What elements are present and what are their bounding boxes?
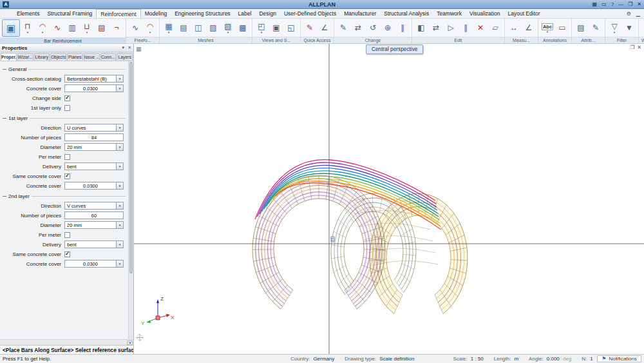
mesh-cut-icon[interactable]: ▨ <box>206 20 220 35</box>
modify-attributes-icon[interactable]: ✎ <box>589 20 603 35</box>
view-clip-icon[interactable]: ◱ <box>284 20 298 35</box>
view-detail-icon[interactable]: ▣ <box>269 20 283 35</box>
panel-close-icon[interactable]: ✕ <box>128 45 131 50</box>
dropdown-arrow-icon[interactable]: ▾ <box>116 222 123 228</box>
parallel-icon[interactable]: ∥ <box>395 20 410 35</box>
scroll-left-button[interactable]: ◂ <box>127 340 133 345</box>
dropdown-arrow-icon[interactable]: ▾ <box>116 202 123 209</box>
menu-item-user-defined-objects[interactable]: User-Defined Objects <box>280 9 340 18</box>
cross-section-catalog-select[interactable]: Betonstabstahl (B)▾ <box>64 75 124 83</box>
panel-tab-planes[interactable]: Planes <box>67 53 83 61</box>
direction-select[interactable]: U curves▾ <box>64 124 124 132</box>
grid-icon[interactable]: ▦ <box>592 1 598 8</box>
notifications-button[interactable]: ⚑ Notifications <box>597 355 641 362</box>
same-concrete-cover-checkbox[interactable]: ✓ <box>64 251 70 257</box>
menu-item-reinforcement[interactable]: Reinforcement <box>96 9 140 18</box>
stirrup-icon[interactable]: ⊔▾ <box>80 21 94 36</box>
place-bar-shape-icon[interactable]: ⊓▾ <box>21 21 35 36</box>
measure-angle-icon[interactable]: ∠ <box>522 20 536 35</box>
number-of-pieces-input[interactable]: 60 <box>64 211 124 219</box>
menu-item-modeling[interactable]: Modeling <box>141 9 171 18</box>
dropdown-arrow-icon[interactable]: ▾ <box>116 85 123 92</box>
offset-icon[interactable]: ∥ <box>459 20 473 35</box>
measure-length-icon[interactable]: ↔ <box>507 20 521 35</box>
corner-bar-icon[interactable]: ¬ <box>109 21 124 36</box>
viewport-menu-icon[interactable]: ▦ <box>136 46 142 52</box>
display-icon[interactable]: ▭ <box>601 1 607 8</box>
section-general[interactable]: General <box>3 66 126 72</box>
viewport-close-icon[interactable]: ✕ <box>637 45 641 50</box>
bar-shape-big-icon[interactable]: ▣ <box>2 19 20 37</box>
per-meter-checkbox[interactable] <box>64 232 70 238</box>
change-side-checkbox[interactable]: ✓ <box>64 95 70 101</box>
menu-item-layout-editor[interactable]: Layout Editor <box>504 9 544 18</box>
bar-coupler-icon[interactable]: ▥ <box>65 21 79 36</box>
delete-icon[interactable]: ✕ <box>473 20 488 35</box>
dropdown-arrow-icon[interactable]: ▾ <box>116 124 123 131</box>
mesh-list-icon[interactable]: ▩ <box>236 20 250 35</box>
concrete-cover-combo[interactable]: 0.0300▾ <box>64 84 124 92</box>
freeform-bar-icon[interactable]: ∿ <box>128 20 142 35</box>
mesh-place-icon[interactable]: ▦▾ <box>162 20 176 35</box>
panel-tab-proper[interactable]: Proper... <box>1 53 17 61</box>
panel-tab-wizar[interactable]: Wizar... <box>17 53 33 61</box>
settings-icon[interactable]: ⚙ <box>627 11 631 17</box>
menu-item-structural-framing[interactable]: Structural Framing <box>43 9 96 18</box>
label-frame-icon[interactable]: ▭ <box>555 20 569 35</box>
minimize-icon[interactable]: — <box>618 1 623 8</box>
mesh-label-icon[interactable]: ▧▾ <box>221 20 235 35</box>
concrete-cover-combo[interactable]: 0.0300▾ <box>64 182 124 190</box>
panel-tab-library[interactable]: Library <box>34 53 50 61</box>
properties-panel-header[interactable]: Properties ▾✕ <box>0 44 133 52</box>
stretch-icon[interactable]: ▱ <box>488 20 502 35</box>
mirror-icon[interactable]: ⇄ <box>429 20 443 35</box>
quick-draw-icon[interactable]: ✎ <box>303 20 317 35</box>
panel-tab-objects[interactable]: Objects <box>50 53 66 61</box>
view-section-icon[interactable]: ◰▾ <box>254 20 269 35</box>
direction-select[interactable]: V curves▾ <box>64 202 124 210</box>
minimize-ribbon-icon[interactable]: ▁ <box>636 11 640 17</box>
text-abc-icon[interactable]: Abc▾ <box>540 20 554 35</box>
menu-item-teamwork[interactable]: Teamwork <box>433 9 466 18</box>
menu-item-engineering-structures[interactable]: Engineering Structures <box>171 9 234 18</box>
spiral-bar-icon[interactable]: ∿ <box>50 21 64 36</box>
section-2nd-layer[interactable]: 2nd layer <box>3 193 126 199</box>
dropdown-arrow-icon[interactable]: ▾ <box>116 75 123 82</box>
panel-vertical-scrollbar[interactable] <box>128 61 133 339</box>
panel-tab-issue[interactable]: Issue ... <box>84 53 100 61</box>
drawing-canvas[interactable]: ZXY Central perspective ❐✕ ▦ <box>134 44 644 354</box>
restore-icon[interactable]: ❐ <box>628 1 632 8</box>
filter-funnel-icon[interactable]: ▽▾ <box>607 20 621 35</box>
delivery-select[interactable]: bent▾ <box>64 240 124 248</box>
1st-layer-only-checkbox[interactable] <box>64 105 70 111</box>
concrete-cover-combo[interactable]: 0.0300▾ <box>64 260 124 268</box>
close-icon[interactable]: ✕ <box>637 1 641 8</box>
menu-item-visualization[interactable]: Visualization <box>466 9 504 18</box>
section-1st-layer[interactable]: 1st layer <box>3 115 126 121</box>
scrollbar-thumb[interactable] <box>129 62 133 273</box>
viewport-restore-icon[interactable]: ❐ <box>630 45 634 50</box>
menu-item-elements[interactable]: Elements <box>13 9 43 18</box>
panel-horizontal-scrollbar[interactable]: ◂ <box>0 339 133 345</box>
help-icon[interactable]: ? <box>611 1 614 8</box>
trim-icon[interactable]: ◧ <box>414 20 428 35</box>
per-meter-checkbox[interactable] <box>64 154 70 160</box>
panel-tab-layers[interactable]: Layers <box>117 53 133 61</box>
dropdown-arrow-icon[interactable]: ▾ <box>116 241 123 248</box>
rotate-icon[interactable]: ↺ <box>366 20 380 35</box>
swap-icon[interactable]: ⇄ <box>351 20 365 35</box>
filter-select-icon[interactable]: ▼ <box>622 20 636 35</box>
edit-entity-icon[interactable]: ✎ <box>336 20 350 35</box>
panel-tab-conn[interactable]: Conn... <box>100 53 117 61</box>
mesh-area-icon[interactable]: ▤ <box>176 20 191 35</box>
freeform-arc-icon[interactable]: ◠▾ <box>143 20 157 35</box>
dropdown-arrow-icon[interactable]: ▾ <box>116 260 123 267</box>
mesh-span-icon[interactable]: ◫ <box>191 20 205 35</box>
quick-angle-icon[interactable]: ∠ <box>317 20 332 35</box>
menu-item-design[interactable]: Design <box>255 9 279 18</box>
menu-item-label[interactable]: Label <box>234 9 256 18</box>
area-reinforcement-icon[interactable]: ▤ <box>95 21 109 36</box>
delivery-select[interactable]: bent▾ <box>64 162 124 170</box>
menu-item-manufacturer[interactable]: Manufacturer <box>340 9 380 18</box>
bar-along-curve-icon[interactable]: ◠▾ <box>35 21 50 36</box>
